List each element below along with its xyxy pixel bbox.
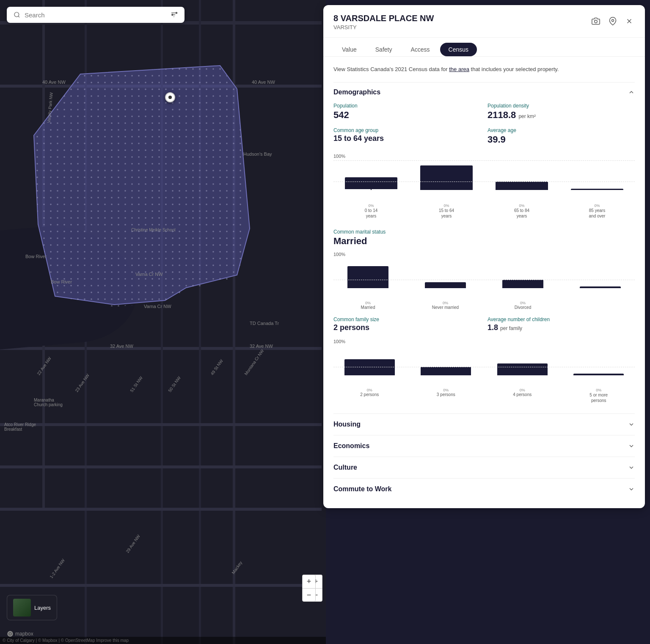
location-button[interactable]	[607, 15, 619, 29]
attribution-text: © City of Calgary | © Mapbox | © OpenStr…	[3, 638, 129, 643]
search-icon	[14, 11, 20, 18]
census-intro: View Statistics Canada's 2021 Census dat…	[333, 65, 635, 74]
family-chart-100: 100%	[333, 339, 635, 344]
avg-children-stat: Average number of children 1.8 per famil…	[488, 316, 635, 332]
culture-section: Culture	[333, 457, 635, 478]
culture-chevron	[628, 464, 635, 471]
map-attribution: © City of Calgary | © Mapbox | © OpenStr…	[0, 637, 326, 644]
commute-section: Commute to Work	[333, 478, 635, 500]
tab-access[interactable]: Access	[402, 43, 438, 56]
age-label-15-64: 15 to 64years	[409, 208, 484, 219]
housing-title: Housing	[333, 421, 361, 428]
layers-button[interactable]: Layers	[7, 595, 57, 620]
avg-children-label: Average number of children	[488, 316, 635, 322]
age-label-85plus: 85 yearsand over	[559, 208, 635, 219]
culture-header[interactable]: Culture	[333, 457, 635, 478]
family-bar-3	[410, 346, 482, 375]
family-label-3: 3 persons	[410, 392, 482, 397]
svg-point-9	[171, 14, 174, 16]
family-size-value: 2 persons	[333, 323, 481, 332]
commute-title: Commute to Work	[333, 485, 391, 493]
marital-bar-divorced	[488, 259, 557, 288]
panel-address: 8 VARSDALE PLACE NW	[333, 14, 434, 23]
svg-point-13	[595, 20, 598, 23]
age-group-value: 15 to 64 years	[333, 134, 481, 143]
search-input[interactable]	[25, 11, 166, 19]
marital-value: Married	[333, 236, 635, 247]
housing-section: Housing	[333, 413, 635, 435]
demographics-chevron-up	[628, 89, 635, 96]
avg-age-value: 39.9	[488, 134, 635, 145]
economics-section: Economics	[333, 435, 635, 457]
svg-point-14	[612, 19, 614, 22]
family-stats-grid: Common family size 2 persons Average num…	[333, 316, 635, 332]
map-zoom-in[interactable]: +	[302, 575, 316, 588]
age-bar-15-64	[409, 160, 484, 190]
zoom-controls: + −	[309, 575, 642, 602]
avg-children-value: 1.8 per family	[488, 323, 635, 332]
marital-chart-100: 100%	[333, 252, 635, 257]
family-size-stat: Common family size 2 persons	[333, 316, 481, 332]
tab-census[interactable]: Census	[440, 43, 477, 56]
age-bar-0-14	[333, 160, 409, 190]
housing-header[interactable]: Housing	[333, 414, 635, 435]
demographics-title: Demographics	[333, 88, 380, 96]
economics-header[interactable]: Economics	[333, 435, 635, 457]
age-chart: 100%	[333, 154, 635, 219]
layers-thumbnail	[13, 599, 31, 616]
tab-value[interactable]: Value	[333, 43, 365, 56]
mapbox-logo: mapbox	[7, 630, 33, 637]
marital-label-married: Married	[333, 305, 402, 310]
search-bar[interactable]	[7, 7, 185, 23]
age-bar-65-84	[484, 160, 559, 190]
family-label-4: 4 persons	[486, 392, 559, 397]
right-panel: 8 VARSDALE PLACE NW VARSITY	[323, 5, 645, 508]
marital-bar-never	[411, 259, 480, 288]
housing-chevron	[628, 421, 635, 428]
marital-label: Common marital status	[333, 229, 635, 235]
family-label-2: 2 persons	[333, 392, 406, 397]
location-pin	[165, 92, 175, 102]
camera-button[interactable]	[590, 15, 602, 29]
density-value: 2118.8 per km²	[488, 110, 635, 121]
mapbox-text: mapbox	[15, 631, 33, 637]
age-label-65-84: 65 to 84years	[484, 208, 559, 219]
population-value: 542	[333, 110, 481, 121]
layers-label: Layers	[34, 605, 51, 611]
family-bar-4	[486, 346, 559, 375]
close-button[interactable]	[624, 16, 635, 29]
svg-point-3	[14, 12, 19, 17]
svg-line-4	[18, 16, 19, 17]
svg-point-8	[176, 12, 178, 14]
population-label: Population	[333, 103, 481, 109]
age-bar-85plus	[559, 160, 635, 190]
filter-icon[interactable]	[170, 11, 178, 19]
tab-safety[interactable]: Safety	[367, 43, 401, 56]
panel-header: 8 VARSDALE PLACE NW VARSITY	[323, 5, 645, 38]
avg-age-label: Average age	[488, 127, 635, 133]
commute-header[interactable]: Commute to Work	[333, 479, 635, 500]
age-group-stat: Common age group 15 to 64 years	[333, 127, 481, 145]
panel-content: View Statistics Canada's 2021 Census dat…	[323, 57, 645, 508]
family-bar-5plus	[563, 346, 635, 375]
family-section: Common family size 2 persons Average num…	[333, 316, 635, 403]
population-stat: Population 542	[333, 103, 481, 121]
children-unit: per family	[500, 325, 522, 331]
age-chart-100: 100%	[333, 154, 635, 159]
culture-title: Culture	[333, 464, 357, 471]
marital-label-never: Never married	[411, 305, 480, 310]
commute-chevron	[628, 486, 635, 493]
marital-section: Common marital status Married 100%	[333, 229, 635, 310]
census-link[interactable]: the area	[449, 66, 469, 72]
marital-label-divorced: Divorced	[488, 305, 557, 310]
demographics-section: Demographics Population 542 Population d…	[333, 82, 635, 403]
population-stats: Population 542 Population density 2118.8…	[333, 103, 635, 145]
economics-title: Economics	[333, 442, 369, 450]
avg-age-stat: Average age 39.9	[488, 127, 635, 145]
density-unit: per km²	[518, 113, 536, 119]
family-label-5plus: 5 or morepersons	[563, 392, 635, 403]
map-zoom-controls: + −	[302, 575, 316, 602]
map-zoom-out[interactable]: −	[302, 588, 316, 602]
map-background: Valiant Dr NW 40 Ave NW 40 Ave NW Varsit…	[0, 0, 326, 644]
panel-header-icons	[590, 15, 635, 29]
